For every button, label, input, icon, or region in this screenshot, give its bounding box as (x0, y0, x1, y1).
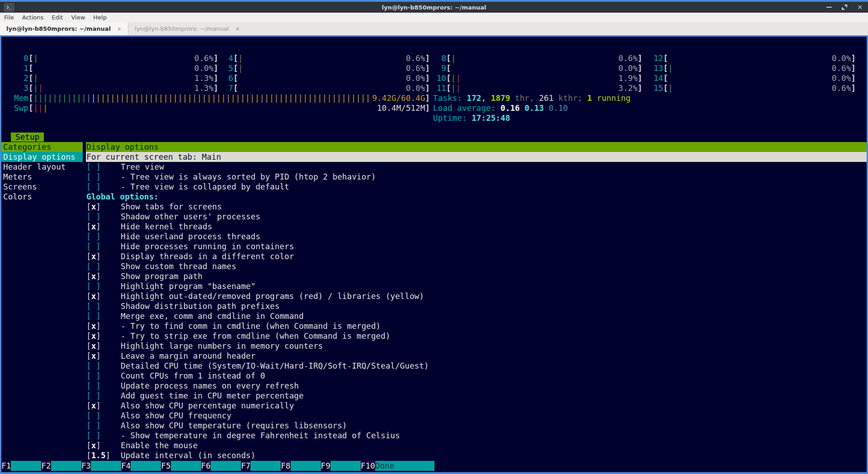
terminal-tab-active[interactable]: lyn@lyn-b850mprors: ~/manual × (0, 22, 128, 35)
option-row[interactable]: [ ]- Tree view is always sorted by PID (… (86, 172, 376, 182)
checkbox-mark[interactable] (91, 371, 96, 380)
option-row[interactable]: [ ]Tree view (86, 162, 164, 172)
checkbox-mark[interactable] (91, 421, 96, 430)
option-row[interactable]: [x]Show program path (86, 271, 203, 281)
fkey-f3[interactable]: F3 (81, 461, 91, 471)
checkbox-mark[interactable]: x (91, 252, 96, 261)
option-row[interactable]: [ ]Count CPUs from 1 instead of 0 (86, 371, 265, 381)
option-row[interactable]: [ ]Shadow distribution path prefixes (86, 301, 279, 311)
checkbox-mark[interactable]: 1.5 (91, 451, 106, 460)
checkbox-mark[interactable]: x (91, 341, 96, 351)
option-row[interactable]: [ ]Show custom thread names (86, 261, 236, 271)
cpu-meter-12: 12[0.0%] (653, 53, 856, 63)
checkbox-mark[interactable] (91, 361, 96, 370)
checkbox-mark[interactable] (91, 212, 96, 221)
fkey-blank-label[interactable] (51, 461, 81, 471)
maximize-icon[interactable] (842, 5, 847, 10)
option-row[interactable]: [x]Display threads in a different color (86, 251, 294, 261)
category-item-screens[interactable]: Screens (1, 182, 83, 192)
fkey-f7[interactable]: F7 (241, 461, 250, 471)
fkey-f10[interactable]: F10 (361, 461, 375, 471)
minimize-icon[interactable] (826, 7, 832, 8)
option-row[interactable]: [x]Hide kernel threads (86, 222, 212, 232)
option-row[interactable]: [ ]Shadow other users' processes (86, 212, 260, 222)
fkey-f6[interactable]: F6 (201, 461, 211, 471)
checkbox-mark[interactable]: x (91, 441, 96, 450)
fkey-f2[interactable]: F2 (41, 461, 51, 471)
close-icon[interactable]: ✕ (857, 4, 863, 10)
fkey-blank-label[interactable] (250, 461, 281, 471)
fkey-blank-label[interactable] (211, 461, 241, 471)
fkey-f9[interactable]: F9 (321, 461, 330, 471)
fkey-blank-label[interactable] (11, 461, 41, 471)
checkbox-mark[interactable] (91, 182, 96, 191)
terminal-tab-inactive[interactable]: lyn@lyn-b850mprors: ~/manual × (128, 22, 246, 35)
meter-ticks: | (456, 74, 461, 83)
fkey-blank-label[interactable] (91, 461, 121, 471)
option-row[interactable]: [x]Highlight out-dated/removed programs … (86, 291, 424, 301)
option-label: Detailed CPU time (System/IO-Wait/Hard-I… (121, 361, 429, 370)
category-item-display-options[interactable]: Display options (1, 152, 83, 162)
fkey-blank-label[interactable] (171, 461, 201, 471)
checkbox-mark[interactable]: x (91, 292, 96, 301)
option-row[interactable]: [ ]Add guest time in CPU meter percentag… (86, 391, 304, 401)
option-row[interactable]: [x]Highlight large numbers in memory cou… (86, 341, 323, 351)
checkbox-mark[interactable] (91, 242, 96, 251)
option-row[interactable]: [ ]Hide processes running in containers (86, 242, 294, 251)
checkbox-mark[interactable] (91, 431, 96, 440)
option-row[interactable]: [ ]Highlight program "basename" (86, 281, 255, 291)
option-row[interactable]: [ ]Detailed CPU time (System/IO-Wait/Har… (86, 361, 429, 371)
fkey-f5[interactable]: F5 (161, 461, 170, 471)
option-row[interactable]: [x]Enable the mouse (86, 441, 198, 450)
category-item-colors[interactable]: Colors (1, 192, 83, 202)
checkbox-mark[interactable] (91, 411, 96, 420)
option-row[interactable]: [x]- Try to strip exe from cmdline (when… (86, 331, 390, 341)
menu-item-edit[interactable]: Edit (47, 13, 67, 22)
checkbox-mark[interactable]: x (91, 332, 96, 341)
tab-close-icon[interactable]: × (235, 26, 240, 32)
option-row[interactable]: [ ]Update process names on every refresh (86, 381, 299, 391)
category-item-header-layout[interactable]: Header layout (1, 162, 83, 172)
checkbox-mark[interactable] (91, 312, 96, 321)
checkbox-mark[interactable] (91, 172, 96, 181)
fkey-f4[interactable]: F4 (121, 461, 131, 471)
fkey-blank-label[interactable] (131, 461, 161, 471)
option-row[interactable]: [x]Show tabs for screens (86, 202, 222, 212)
option-row[interactable]: [x]Leave a margin around header (86, 351, 255, 361)
option-row[interactable]: [ ]Also show CPU frequency (86, 411, 231, 421)
menu-item-actions[interactable]: Actions (18, 13, 48, 22)
option-row[interactable]: [ ]Hide userland process threads (86, 232, 260, 242)
option-row[interactable]: [ ]- Tree view is collapsed by default (86, 182, 289, 192)
option-row[interactable]: [ ]Merge exe, comm and cmdline in Comman… (86, 311, 304, 321)
checkbox-mark[interactable] (91, 302, 96, 311)
checkbox-mark[interactable] (91, 262, 96, 271)
tab-close-icon[interactable]: × (117, 26, 122, 32)
options-panel-subheader[interactable]: For current screen tab: Main (86, 152, 867, 162)
option-row[interactable]: [x]Also show CPU percentage numerically (86, 401, 294, 411)
option-row[interactable]: [x]- Try to find comm in cmdline (when C… (86, 321, 381, 331)
checkbox-mark[interactable] (91, 162, 96, 171)
option-row[interactable]: [ ]Also show CPU temperature (requires l… (86, 421, 347, 431)
checkbox-mark[interactable]: x (91, 401, 96, 410)
checkbox-mark[interactable]: x (91, 351, 96, 360)
option-row[interactable]: [ ]- Show temperature in degree Fahrenhe… (86, 431, 400, 441)
checkbox-mark[interactable] (91, 391, 96, 400)
fkey-blank-label[interactable] (291, 461, 321, 471)
fkey-done-label[interactable]: Done (375, 461, 434, 471)
checkbox-mark[interactable]: x (91, 202, 96, 211)
menu-item-help[interactable]: Help (89, 13, 111, 22)
fkey-f8[interactable]: F8 (281, 461, 290, 471)
checkbox-mark[interactable] (91, 381, 96, 390)
menu-item-file[interactable]: File (0, 13, 18, 22)
menu-item-view[interactable]: View (67, 13, 89, 22)
option-label: Shadow distribution path prefixes (121, 302, 279, 311)
fkey-f1[interactable]: F1 (1, 461, 11, 471)
checkbox-mark[interactable]: x (91, 272, 96, 281)
checkbox-mark[interactable]: x (91, 322, 96, 331)
category-item-meters[interactable]: Meters (1, 172, 83, 182)
fkey-blank-label[interactable] (330, 461, 361, 471)
checkbox-mark[interactable]: x (91, 222, 96, 231)
checkbox-mark[interactable] (91, 282, 96, 291)
option-row[interactable]: [1.5]Update interval (in seconds) (86, 450, 255, 460)
checkbox-mark[interactable] (91, 232, 96, 241)
